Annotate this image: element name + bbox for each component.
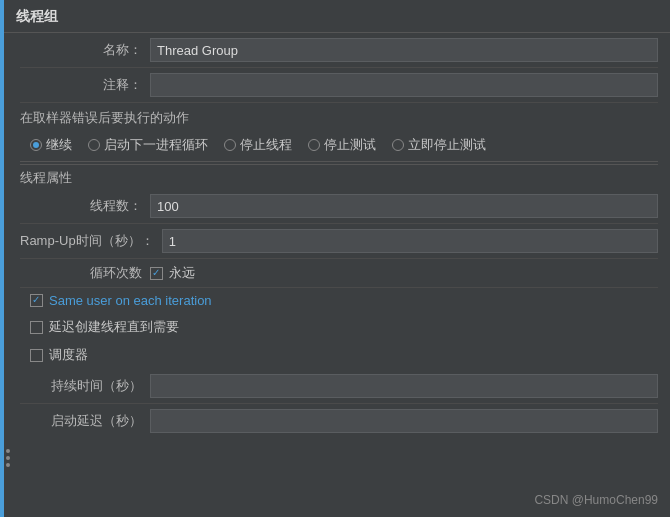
radio-stop-now[interactable]: 立即停止测试: [392, 136, 486, 154]
radio-stop-thread[interactable]: 停止线程: [224, 136, 292, 154]
dots-menu[interactable]: [6, 449, 10, 467]
name-row: 名称：: [20, 33, 658, 68]
dot-2: [6, 456, 10, 460]
ramp-up-label: Ramp-Up时间（秒）：: [20, 232, 162, 250]
thread-count-label: 线程数：: [20, 197, 150, 215]
comment-row: 注释：: [20, 68, 658, 103]
loop-count-label: 循环次数: [20, 264, 150, 282]
dot-1: [6, 449, 10, 453]
panel-title: 线程组: [16, 8, 58, 26]
ramp-up-input[interactable]: [162, 229, 658, 253]
scheduler-checkbox[interactable]: [30, 349, 43, 362]
radio-stop-test[interactable]: 停止测试: [308, 136, 376, 154]
radio-stop-now-label: 立即停止测试: [408, 136, 486, 154]
delay-create-checkbox[interactable]: [30, 321, 43, 334]
same-user-label: Same user on each iteration: [49, 293, 212, 308]
comment-label: 注释：: [20, 76, 150, 94]
startup-delay-input[interactable]: [150, 409, 658, 433]
startup-delay-row: 启动延迟（秒）: [20, 404, 658, 438]
duration-row: 持续时间（秒）: [20, 369, 658, 404]
same-user-row: Same user on each iteration: [20, 288, 658, 313]
radio-continue-label: 继续: [46, 136, 72, 154]
scheduler-row: 调度器: [20, 341, 658, 369]
watermark: CSDN @HumoChen99: [534, 493, 658, 507]
forever-checkbox[interactable]: [150, 267, 163, 280]
thread-count-row: 线程数：: [20, 189, 658, 224]
radio-group: 继续 启动下一进程循环 停止线程 停止测试: [20, 131, 658, 159]
duration-label: 持续时间（秒）: [20, 377, 150, 395]
thread-props-section: 线程属性: [20, 164, 658, 189]
title-bar: 线程组: [4, 0, 670, 33]
startup-delay-label: 启动延迟（秒）: [20, 412, 150, 430]
comment-input[interactable]: [150, 73, 658, 97]
name-label: 名称：: [20, 41, 150, 59]
delay-create-row: 延迟创建线程直到需要: [20, 313, 658, 341]
name-input[interactable]: [150, 38, 658, 62]
loop-count-row: 循环次数 永远: [20, 259, 658, 288]
same-user-checkbox[interactable]: [30, 294, 43, 307]
forever-row: 永远: [150, 264, 195, 282]
radio-next-loop[interactable]: 启动下一进程循环: [88, 136, 208, 154]
thread-count-input[interactable]: [150, 194, 658, 218]
forever-label: 永远: [169, 264, 195, 282]
scheduler-label: 调度器: [49, 346, 88, 364]
duration-input[interactable]: [150, 374, 658, 398]
radio-stop-test-label: 停止测试: [324, 136, 376, 154]
radio-stop-thread-label: 停止线程: [240, 136, 292, 154]
dot-3: [6, 463, 10, 467]
radio-next-loop-label: 启动下一进程循环: [104, 136, 208, 154]
delay-create-label: 延迟创建线程直到需要: [49, 318, 179, 336]
error-action-label: 在取样器错误后要执行的动作: [20, 103, 658, 131]
ramp-up-row: Ramp-Up时间（秒）：: [20, 224, 658, 259]
error-action-section: 在取样器错误后要执行的动作 继续 启动下一进程循环 停止线程: [20, 103, 658, 159]
left-accent: [0, 0, 4, 517]
radio-continue[interactable]: 继续: [30, 136, 72, 154]
thread-props-label: 线程属性: [20, 170, 72, 185]
